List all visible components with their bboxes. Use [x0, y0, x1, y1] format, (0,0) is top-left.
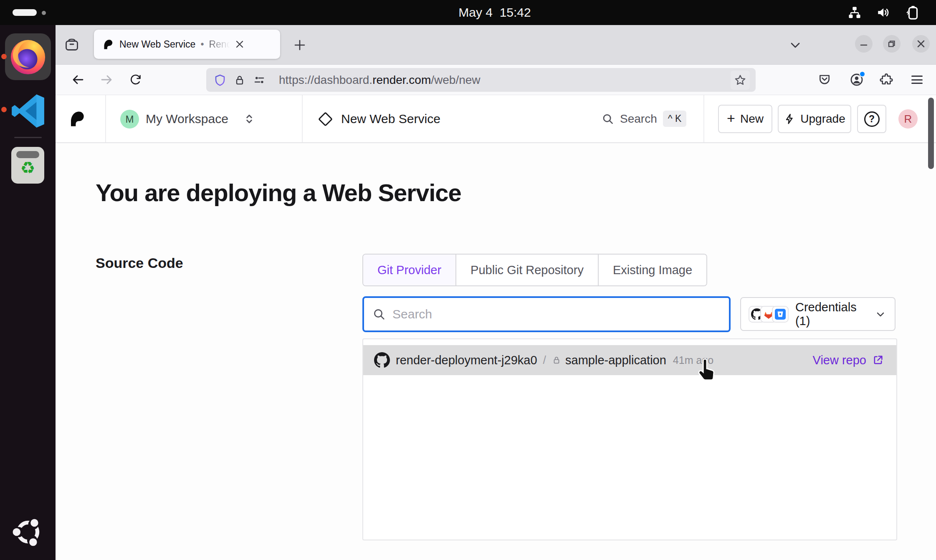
- new-button[interactable]: + New: [718, 105, 772, 133]
- global-search-button[interactable]: Search ^ K: [602, 95, 686, 142]
- permissions-icon[interactable]: [253, 74, 266, 86]
- view-repo-label: View repo: [813, 353, 866, 367]
- vscode-running-dot: [1, 107, 7, 112]
- page-content: You are deploying a Web Service Source C…: [56, 143, 936, 560]
- deploy-heading: You are deploying a Web Service: [96, 179, 461, 207]
- tab-public-git-repository[interactable]: Public Git Repository: [456, 255, 599, 285]
- view-repo-link[interactable]: View repo: [813, 353, 884, 367]
- repo-name: sample-application: [565, 353, 666, 367]
- hamburger-menu-icon[interactable]: [906, 69, 927, 90]
- pocket-icon[interactable]: [814, 69, 835, 90]
- header-divider-2: [302, 95, 303, 142]
- new-tab-button[interactable]: [290, 36, 309, 54]
- render-logo[interactable]: [68, 110, 86, 128]
- user-avatar[interactable]: R: [898, 109, 918, 129]
- upgrade-button-label: Upgrade: [800, 112, 845, 126]
- service-diamond-icon: [318, 112, 333, 126]
- question-icon: ?: [864, 111, 880, 127]
- workspace-indicator-active: [13, 9, 37, 16]
- source-code-label: Source Code: [96, 255, 183, 271]
- mouse-cursor: [696, 358, 718, 382]
- window-minimize-button[interactable]: [855, 35, 873, 53]
- repo-list-panel: render-deployment-j29ka0 / sample-applic…: [362, 338, 897, 540]
- volume-icon: [876, 5, 891, 20]
- repo-row[interactable]: render-deployment-j29ka0 / sample-applic…: [363, 345, 896, 375]
- dock-trash-button[interactable]: ♻: [11, 147, 44, 184]
- page-scrollbar-thumb[interactable]: [928, 98, 934, 169]
- forward-button[interactable]: [96, 69, 117, 91]
- browser-tab[interactable]: New Web Service • Rend: [94, 30, 280, 59]
- repo-search-input[interactable]: [392, 307, 721, 321]
- trash-lid: [16, 151, 39, 158]
- dock-vscode-button[interactable]: [8, 91, 48, 131]
- system-tray[interactable]: [847, 0, 921, 25]
- tab-bar: New Web Service • Rend: [56, 25, 936, 65]
- workspace-avatar[interactable]: M: [120, 110, 139, 129]
- lightning-icon: [784, 113, 795, 125]
- back-button[interactable]: [67, 69, 89, 91]
- ubuntu-logo-icon: [12, 516, 44, 548]
- upgrade-button[interactable]: Upgrade: [778, 105, 851, 133]
- tab-git-provider[interactable]: Git Provider: [363, 255, 456, 285]
- render-app-header: M My Workspace New Web Service Search ^ …: [56, 95, 936, 143]
- url-domain: render.com: [372, 73, 431, 86]
- account-icon[interactable]: [846, 69, 867, 90]
- reload-button[interactable]: [125, 69, 147, 91]
- tab-title-separator: •: [200, 39, 204, 50]
- window-close-button[interactable]: [912, 35, 930, 53]
- extensions-icon[interactable]: [876, 69, 897, 90]
- workspace-selector-icon[interactable]: [243, 112, 256, 126]
- browser-toolbar: https://dashboard.render.com/web/new: [56, 65, 936, 95]
- bookmark-star-icon[interactable]: [731, 71, 750, 90]
- workspace-name[interactable]: My Workspace: [146, 112, 228, 126]
- url-prefix: https://dashboard.: [279, 73, 372, 86]
- source-type-tabs: Git Provider Public Git Repository Exist…: [362, 254, 707, 286]
- url-bar[interactable]: https://dashboard.render.com/web/new: [206, 68, 756, 92]
- plus-icon: +: [727, 110, 735, 126]
- header-divider-1: [105, 95, 106, 142]
- search-label: Search: [620, 112, 657, 126]
- system-clock[interactable]: May 4 15:42: [458, 0, 531, 25]
- tab-title-suffix: Rend: [209, 39, 232, 50]
- firefox-view-button[interactable]: [62, 36, 81, 54]
- screen: May 4 15:42: [0, 0, 936, 560]
- credentials-label: Credentials (1): [795, 300, 875, 328]
- window-restore-button[interactable]: [883, 35, 901, 53]
- chevron-down-icon: [875, 308, 886, 320]
- battery-charging-icon: [905, 5, 921, 20]
- url-path: /web/new: [431, 73, 480, 86]
- lock-icon[interactable]: [234, 74, 245, 86]
- tab-existing-image[interactable]: Existing Image: [599, 255, 706, 285]
- private-repo-lock-icon: [552, 356, 561, 365]
- bitbucket-credential-icon: [772, 306, 789, 323]
- repo-separator: /: [543, 354, 546, 367]
- network-icon: [847, 5, 862, 20]
- hamburger-lines: [911, 76, 923, 84]
- repo-owner: render-deployment-j29ka0: [396, 353, 537, 367]
- credentials-dropdown[interactable]: Credentials (1): [740, 297, 896, 331]
- header-divider-3: [703, 95, 704, 142]
- firefox-running-dot: [1, 54, 7, 59]
- repo-search-box[interactable]: [362, 296, 731, 332]
- browser-window: New Web Service • Rend: [56, 25, 936, 560]
- show-apps-ubuntu-button[interactable]: [12, 516, 44, 548]
- github-icon: [374, 352, 390, 368]
- tab-close-icon[interactable]: [233, 37, 247, 51]
- url-text: https://dashboard.render.com/web/new: [279, 73, 481, 87]
- external-link-icon: [872, 354, 884, 366]
- dock: ♻: [0, 25, 56, 560]
- render-favicon: [102, 39, 114, 50]
- tracking-protection-shield-icon[interactable]: [214, 74, 226, 86]
- search-shortcut-badge: ^ K: [663, 111, 687, 127]
- page-title: New Web Service: [341, 112, 440, 126]
- tab-title: New Web Service: [119, 39, 195, 50]
- recycle-icon: ♻: [11, 159, 44, 176]
- dock-firefox-button[interactable]: [5, 33, 51, 80]
- dock-divider: [14, 137, 42, 138]
- help-button[interactable]: ?: [857, 105, 886, 133]
- vscode-icon: [9, 92, 48, 130]
- workspace-indicator-dot: [42, 11, 46, 15]
- list-all-tabs-button[interactable]: [785, 36, 805, 54]
- firefox-icon: [8, 37, 48, 76]
- search-icon: [372, 308, 386, 321]
